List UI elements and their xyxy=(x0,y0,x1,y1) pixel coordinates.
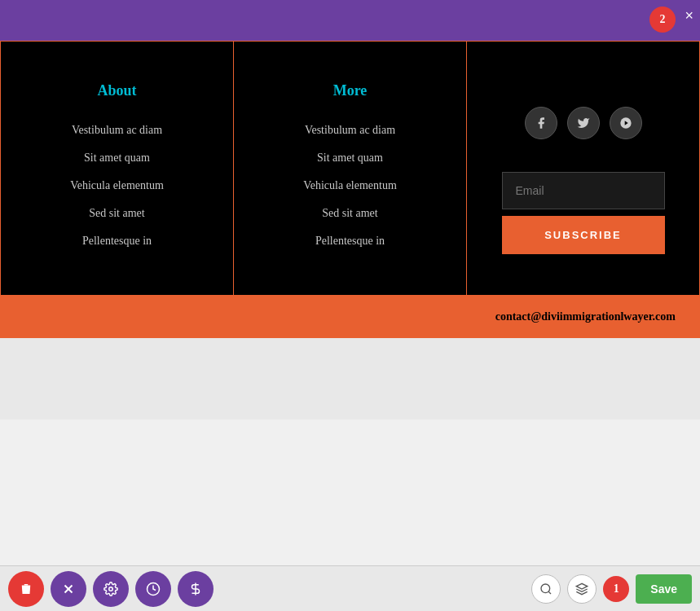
footer-col-about: About Vestibulum ac diam Sit amet quam V… xyxy=(1,42,234,295)
twitter-icon[interactable] xyxy=(567,107,600,139)
svg-line-8 xyxy=(548,591,551,594)
save-label: Save xyxy=(650,582,677,596)
bottom-toolbar: 1 Save xyxy=(0,565,700,611)
close-top-button[interactable]: × xyxy=(685,8,693,23)
contact-email: contact@diviimmigrationlwayer.com xyxy=(495,310,676,323)
footer-col-more: More Vestibulum ac diam Sit amet quam Ve… xyxy=(234,42,467,295)
about-link-3[interactable]: Vehicula elementum xyxy=(70,179,164,192)
more-link-1[interactable]: Vestibulum ac diam xyxy=(305,124,395,137)
adjust-button[interactable] xyxy=(178,571,214,607)
notification-badge: 2 xyxy=(649,7,676,33)
svg-point-4 xyxy=(109,587,113,591)
delete-button[interactable] xyxy=(8,571,44,607)
badge-number: 1 xyxy=(614,582,619,596)
about-link-2[interactable]: Sit amet quam xyxy=(84,152,150,165)
footer-bottom-bar: contact@diviimmigrationlwayer.com xyxy=(0,296,700,338)
youtube-icon[interactable] xyxy=(610,107,642,139)
about-link-5[interactable]: Pellentesque in xyxy=(82,235,152,248)
more-link-3[interactable]: Vehicula elementum xyxy=(303,179,397,192)
footer-section: About Vestibulum ac diam Sit amet quam V… xyxy=(0,41,700,296)
top-bar: 2 × xyxy=(0,0,700,41)
about-title: About xyxy=(97,82,136,99)
save-button[interactable]: Save xyxy=(636,574,692,604)
email-input[interactable] xyxy=(502,172,665,209)
more-link-2[interactable]: Sit amet quam xyxy=(317,152,383,165)
search-icon-button[interactable] xyxy=(531,574,561,604)
toolbar-left-group xyxy=(8,571,214,607)
history-button[interactable] xyxy=(135,571,171,607)
about-link-1[interactable]: Vestibulum ac diam xyxy=(72,124,162,137)
badge-count: 1 xyxy=(603,576,629,602)
social-icons-group xyxy=(525,107,642,139)
about-link-4[interactable]: Sed sit amet xyxy=(89,207,144,220)
layers-icon-button[interactable] xyxy=(567,574,597,604)
subscribe-button[interactable]: SUBSCRIBE xyxy=(502,216,665,254)
more-link-5[interactable]: Pellentesque in xyxy=(315,235,385,248)
svg-point-7 xyxy=(541,584,550,593)
svg-marker-9 xyxy=(577,583,588,589)
more-title: More xyxy=(333,82,368,99)
close-icon: × xyxy=(685,7,693,24)
toolbar-right-group: 1 Save xyxy=(531,574,692,604)
gray-area xyxy=(0,338,700,420)
notification-count: 2 xyxy=(660,13,666,26)
settings-button[interactable] xyxy=(93,571,129,607)
subscribe-label: SUBSCRIBE xyxy=(544,229,622,241)
more-link-4[interactable]: Sed sit amet xyxy=(322,207,377,220)
facebook-icon[interactable] xyxy=(525,107,557,139)
footer-col-social: SUBSCRIBE xyxy=(467,42,699,295)
close-button[interactable] xyxy=(51,571,86,607)
